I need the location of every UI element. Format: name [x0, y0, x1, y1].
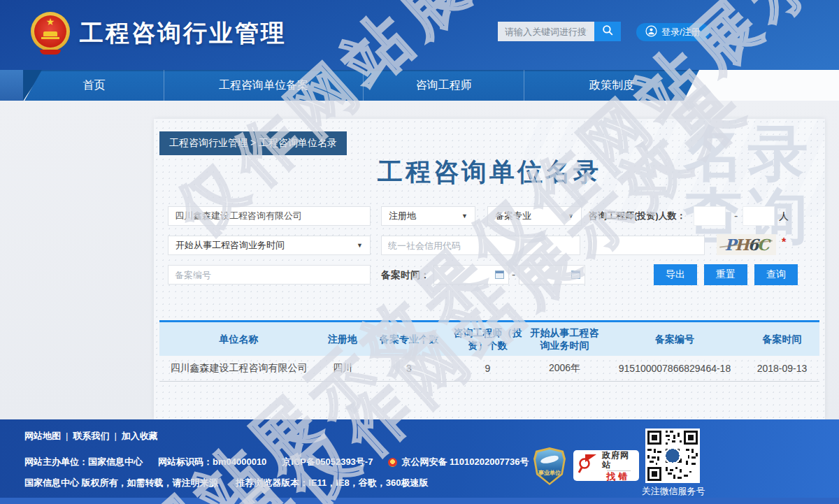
col-record-time: 备案时间: [745, 322, 819, 357]
search-icon: [601, 24, 615, 39]
footer: 网站地图|联系我们|加入收藏 网站主办单位：国家信息中心 网站标识码：bm040…: [0, 419, 839, 504]
col-major-count: 备案专业个数: [367, 322, 451, 357]
reset-button[interactable]: 重置: [704, 264, 747, 285]
footer-security-record[interactable]: 京公网安备 11010202007736号: [401, 456, 529, 468]
login-register-label: 登录/注册: [661, 26, 701, 38]
calendar-icon[interactable]: [571, 271, 580, 279]
pipe-divider: |: [114, 431, 116, 441]
table-row: 四川鑫森建设工程咨询有限公司 四川 3 9 2006年 915100007866…: [159, 356, 819, 382]
record-number-input[interactable]: [168, 265, 371, 285]
col-record-number: 备案编号: [605, 322, 745, 357]
footer-browsers: 推荐浏览器版本：IE11，IE8，谷歌，360极速版: [236, 477, 428, 488]
institution-shield-badge[interactable]: 事业单位: [533, 447, 566, 485]
engineer-count-max-input[interactable]: [743, 206, 775, 226]
engineer-count-min-input[interactable]: [694, 206, 726, 226]
national-emblem-icon: ★: [31, 12, 70, 57]
footer-link-sitemap[interactable]: 网站地图: [24, 431, 61, 441]
nav-row: 首页 工程咨询单位备案 咨询工程师 政策制度: [0, 70, 839, 101]
range-dash: -: [734, 206, 738, 226]
query-button[interactable]: 查询: [754, 264, 798, 285]
nav-item-consulting-engineer[interactable]: 咨询工程师: [364, 70, 524, 101]
user-icon: [645, 25, 657, 39]
error-report-icon: [578, 453, 598, 478]
captcha-image[interactable]: PH6C: [717, 234, 776, 255]
range-dash: -: [512, 265, 515, 285]
footer-site-code: 网站标识码：bm04000010: [158, 456, 266, 468]
search-button[interactable]: [594, 22, 621, 41]
nav-item-home[interactable]: 首页: [24, 70, 164, 101]
content-area: 名录 查询 工程咨询行业管理 > 工程咨询单位名录 工程咨询单位名录 注册地 ▼…: [0, 101, 839, 419]
results-table: 单位名称 注册地 备案专业个数 咨询工程师（投资）个数 开始从事工程咨询业务时间…: [159, 320, 819, 382]
footer-host: 网站主办单位：国家信息中心: [24, 456, 143, 468]
cell-record-number: 915100007866829464-18: [605, 356, 745, 382]
main-panel: 名录 查询 工程咨询行业管理 > 工程咨询单位名录 工程咨询单位名录 注册地 ▼…: [154, 119, 825, 419]
header: ★ 工程咨询行业管理 登录/注册: [0, 0, 839, 70]
nav-item-unit-filing[interactable]: 工程咨询单位备案: [164, 70, 364, 101]
credit-code-input[interactable]: [381, 236, 580, 255]
page: ★ 工程咨询行业管理 登录/注册 首页 工程咨询单位备案 咨询工程师 政策制度: [0, 0, 839, 504]
gov-site-error-report-badge[interactable]: 政府网站 找错: [573, 450, 639, 481]
footer-copyright-line: 国家信息中心 版权所有，如需转载，请注明来源 推荐浏览器版本：IE11，IE8，…: [24, 477, 428, 489]
table-header-row: 单位名称 注册地 备案专业个数 咨询工程师（投资）个数 开始从事工程咨询业务时间…: [159, 322, 819, 357]
shield-label: 事业单位: [536, 469, 564, 477]
nav-item-policy[interactable]: 政策制度: [524, 70, 699, 101]
person-unit-label: 人: [779, 206, 789, 226]
cell-record-time: 2018-09-13: [745, 356, 819, 382]
cell-start-time: 2006年: [524, 356, 605, 382]
footer-icp[interactable]: 京ICP备05052393号-7: [282, 456, 373, 468]
breadcrumb[interactable]: 工程咨询行业管理 > 工程咨询单位名录: [159, 131, 347, 155]
col-register-place: 注册地: [318, 322, 367, 357]
start-time-select[interactable]: 开始从事工程咨询业务时间 ▼: [168, 236, 371, 255]
search-input[interactable]: [498, 22, 594, 41]
engineer-count-label: 咨询工程师(投资)人数：: [589, 206, 686, 226]
required-asterisk: *: [782, 236, 786, 249]
public-security-badge-icon: [388, 458, 397, 467]
main-nav: 首页 工程咨询单位备案 咨询工程师 政策制度: [24, 70, 699, 101]
col-engineer-count: 咨询工程师（投资）个数: [451, 322, 524, 357]
footer-link-favorite[interactable]: 加入收藏: [122, 431, 158, 441]
captcha-input[interactable]: [591, 236, 705, 255]
site-title: 工程咨询行业管理: [80, 17, 287, 50]
chevron-down-icon: ▼: [357, 242, 363, 249]
calendar-icon[interactable]: [495, 271, 504, 279]
footer-copyright: 国家信息中心 版权所有，如需转载，请注明来源: [24, 477, 218, 488]
col-unit-name: 单位名称: [159, 322, 318, 357]
cell-major-count: 3: [367, 356, 451, 382]
chevron-down-icon: ▼: [461, 213, 468, 219]
gov-badge-line2: 找错: [607, 470, 631, 482]
page-title: 工程咨询单位名录: [154, 155, 825, 189]
col-start-time: 开始从事工程咨询业务时间: [524, 322, 605, 357]
cell-register-place: 四川: [318, 356, 367, 382]
gov-badge-line1: 政府网站: [602, 450, 635, 470]
footer-link-contact[interactable]: 联系我们: [73, 431, 109, 441]
chevron-down-icon: ▼: [568, 213, 574, 219]
company-name-input[interactable]: [168, 206, 371, 226]
footer-registration-line: 网站主办单位：国家信息中心 网站标识码：bm04000010 京ICP备0505…: [24, 456, 529, 468]
filing-major-select[interactable]: 备案专业 ▼: [487, 206, 582, 226]
cell-engineer-count: 9: [451, 356, 524, 382]
record-time-start-input[interactable]: [433, 265, 509, 285]
footer-links: 网站地图|联系我们|加入收藏: [24, 430, 158, 442]
footer-bottom-strip: [0, 498, 839, 504]
register-place-select[interactable]: 注册地 ▼: [381, 206, 475, 226]
cell-unit-name: 四川鑫森建设工程咨询有限公司: [159, 356, 318, 382]
pipe-divider: |: [66, 431, 68, 441]
record-time-label: 备案时间：: [381, 265, 430, 285]
export-button[interactable]: 导出: [654, 264, 697, 285]
login-register-button[interactable]: 登录/注册: [636, 23, 710, 41]
record-time-end-input[interactable]: [519, 265, 585, 285]
shield-bird-icon: [540, 454, 559, 464]
qr-caption: 关注微信服务号: [635, 485, 712, 498]
wechat-qr-code: [645, 429, 700, 483]
